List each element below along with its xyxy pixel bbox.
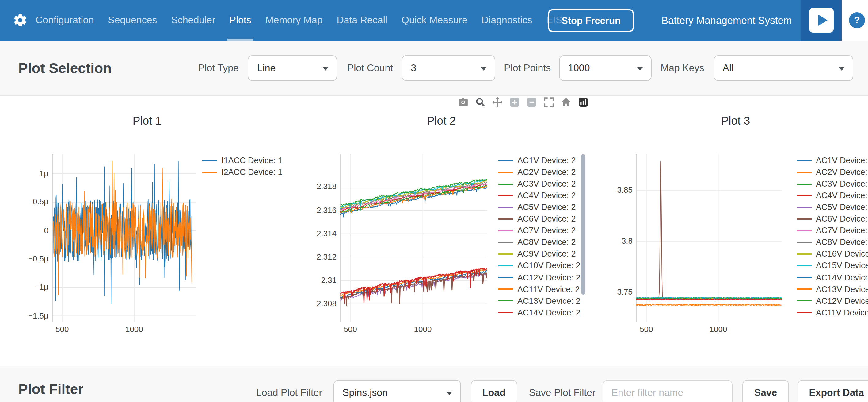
- help-icon[interactable]: ?: [849, 12, 865, 28]
- legend-item[interactable]: AC7V Device: 3: [797, 225, 868, 237]
- nav-item-plots[interactable]: Plots: [229, 0, 251, 40]
- chevron-down-icon: [480, 67, 487, 70]
- legend-item[interactable]: AC14V Device: 2: [498, 307, 581, 318]
- export-data-button[interactable]: Export Data: [797, 380, 868, 402]
- toggle-spikelines-icon[interactable]: [578, 96, 588, 107]
- legend-item[interactable]: AC3V Device: 2: [498, 178, 576, 190]
- legend-item[interactable]: AC5V Device: 2: [498, 201, 576, 213]
- legend-line-icon: [498, 230, 513, 231]
- autoscale-icon[interactable]: [543, 96, 554, 107]
- legend-item[interactable]: AC8V Device: 3: [797, 237, 868, 248]
- legend-line-icon: [797, 219, 812, 220]
- zoom-icon[interactable]: [474, 96, 486, 107]
- legend-item-label: AC14V Device: 2: [517, 308, 581, 317]
- filter-file-select[interactable]: Spins.json: [333, 380, 461, 402]
- load-button[interactable]: Load: [470, 380, 517, 402]
- legend-item[interactable]: AC9V Device: 2: [498, 248, 576, 260]
- legend-item[interactable]: AC16V Device:: [797, 248, 868, 260]
- plot-canvas[interactable]: [52, 154, 196, 322]
- plot-canvas[interactable]: [340, 154, 487, 322]
- zoom-in-icon[interactable]: [509, 96, 520, 107]
- legend-item[interactable]: AC2V Device: 2: [498, 166, 576, 178]
- plot-title: Plot 3: [721, 114, 750, 128]
- legend-item[interactable]: AC8V Device: 2: [498, 237, 576, 248]
- legend-item[interactable]: AC7V Device: 2: [498, 225, 576, 237]
- plot-type-select[interactable]: Line: [248, 55, 337, 81]
- legend-item-label: AC11V Device: 2: [517, 284, 580, 294]
- plot-count-select[interactable]: 3: [402, 55, 495, 81]
- filter-name-input[interactable]: [603, 380, 733, 402]
- legend-item-label: AC13V Device:: [816, 284, 868, 294]
- play-button[interactable]: [809, 8, 834, 32]
- legend-item[interactable]: I2ACC Device: 1: [202, 167, 283, 178]
- nav-menu: ConfigurationSequencesSchedulerPlotsMemo…: [36, 0, 562, 40]
- legend-item[interactable]: AC3V Device: 3: [797, 178, 868, 190]
- legend-item[interactable]: I1ACC Device: 1: [202, 155, 283, 166]
- legend-item[interactable]: AC6V Device: 2: [498, 213, 576, 225]
- legend-item[interactable]: AC2V Device: 3: [797, 166, 868, 178]
- play-icon: [818, 15, 828, 26]
- stop-freerun-button[interactable]: Stop Freerun: [548, 9, 634, 32]
- plot-title: Plot 2: [427, 114, 456, 128]
- legend-item-label: AC11V Device:: [816, 308, 868, 317]
- legend-line-icon: [498, 300, 513, 302]
- legend-item[interactable]: AC1V Device: 3: [797, 155, 868, 166]
- legend-item-label: I1ACC Device: 1: [221, 156, 283, 165]
- y-axis-tick-label: 0.5µ: [13, 197, 49, 206]
- legend-item[interactable]: AC12V Device:: [797, 295, 868, 307]
- legend-item[interactable]: AC1V Device: 2: [498, 155, 576, 166]
- settings-gear-icon[interactable]: [13, 13, 28, 28]
- plot-canvas[interactable]: [636, 154, 781, 322]
- legend-item-label: AC6V Device: 2: [517, 214, 576, 224]
- plot-count-label: Plot Count: [347, 63, 393, 74]
- reset-axes-home-icon[interactable]: [560, 96, 571, 107]
- legend-line-icon: [797, 254, 812, 255]
- legend-item[interactable]: AC11V Device: 2: [498, 283, 580, 295]
- nav-item-configuration[interactable]: Configuration: [36, 0, 94, 40]
- legend-item[interactable]: AC13V Device:: [797, 283, 868, 295]
- legend-item[interactable]: AC12V Device: 2: [498, 271, 581, 283]
- save-button[interactable]: Save: [743, 380, 789, 402]
- legend-item-label: AC7V Device: 3: [816, 226, 868, 235]
- plot-points-select[interactable]: 1000: [559, 55, 651, 81]
- legend-item[interactable]: AC5V Device: 3: [797, 201, 868, 213]
- legend-item[interactable]: AC4V Device: 3: [797, 190, 868, 201]
- legend-line-icon: [797, 242, 812, 243]
- y-axis-tick-label: 3.8: [597, 236, 632, 246]
- y-axis-tick-label: 0: [13, 226, 49, 235]
- legend-scrollbar[interactable]: [581, 154, 585, 295]
- camera-icon[interactable]: [457, 96, 468, 107]
- legend-item[interactable]: AC11V Device:: [797, 307, 868, 318]
- legend-item-label: AC5V Device: 2: [517, 203, 576, 212]
- y-axis-tick-label: 2.312: [301, 252, 337, 261]
- plot-points-label: Plot Points: [504, 63, 551, 74]
- plotly-modebar: [457, 96, 588, 107]
- nav-item-quick-measure[interactable]: Quick Measure: [402, 0, 467, 40]
- legend-item[interactable]: AC4V Device: 2: [498, 190, 576, 201]
- play-panel: [801, 0, 842, 40]
- legend-line-icon: [498, 172, 513, 173]
- app-title: Battery Management System: [661, 0, 792, 40]
- pan-icon[interactable]: [492, 96, 503, 107]
- plot-points-value: 1000: [568, 63, 590, 74]
- nav-item-scheduler[interactable]: Scheduler: [171, 0, 215, 40]
- legend-item[interactable]: AC13V Device: 2: [498, 295, 581, 307]
- legend-item[interactable]: AC14V Device:: [797, 271, 868, 283]
- legend-item[interactable]: AC10V Device: 2: [498, 260, 581, 271]
- plot-selection-heading: Plot Selection: [19, 40, 112, 96]
- chevron-down-icon: [637, 67, 643, 70]
- legend-item-label: AC4V Device: 2: [517, 191, 576, 200]
- legend-line-icon: [797, 277, 812, 278]
- nav-item-data-recall[interactable]: Data Recall: [337, 0, 387, 40]
- legend-item-label: AC5V Device: 3: [816, 203, 868, 212]
- map-keys-select[interactable]: All: [714, 55, 853, 81]
- x-axis-tick-label: 500: [344, 325, 357, 334]
- legend-item[interactable]: AC6V Device: 3: [797, 213, 868, 225]
- nav-item-diagnostics[interactable]: Diagnostics: [482, 0, 532, 40]
- legend-item-label: AC1V Device: 2: [517, 156, 576, 165]
- nav-item-memory-map[interactable]: Memory Map: [266, 0, 323, 40]
- zoom-out-icon[interactable]: [526, 96, 537, 107]
- legend-item[interactable]: AC15V Device:: [797, 260, 868, 271]
- nav-item-sequences[interactable]: Sequences: [108, 0, 157, 40]
- legend-item-label: AC3V Device: 3: [816, 179, 868, 189]
